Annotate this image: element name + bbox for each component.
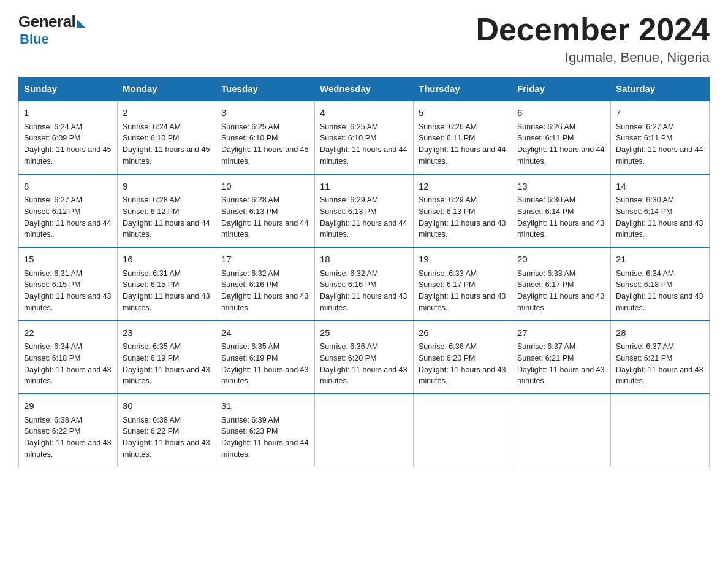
calendar-cell: 21Sunrise: 6:34 AMSunset: 6:18 PMDayligh… (611, 247, 710, 321)
sunset-text: Sunset: 6:19 PM (123, 353, 211, 364)
sunset-text: Sunset: 6:11 PM (517, 132, 605, 144)
daylight-text: Daylight: 11 hours and 43 minutes. (320, 364, 408, 388)
calendar-header-row: SundayMondayTuesdayWednesdayThursdayFrid… (19, 77, 710, 101)
sunset-text: Sunset: 6:14 PM (517, 206, 605, 218)
day-number: 17 (221, 253, 309, 267)
daylight-text: Daylight: 11 hours and 43 minutes. (123, 291, 211, 314)
daylight-text: Daylight: 11 hours and 44 minutes. (419, 144, 507, 167)
sunset-text: Sunset: 6:18 PM (616, 279, 704, 291)
sunset-text: Sunset: 6:12 PM (24, 206, 112, 218)
calendar-cell: 26Sunrise: 6:36 AMSunset: 6:20 PMDayligh… (414, 321, 512, 394)
day-number: 30 (123, 399, 211, 413)
sunrise-text: Sunrise: 6:31 AM (24, 268, 112, 280)
day-number: 14 (616, 180, 704, 194)
sunrise-text: Sunrise: 6:34 AM (24, 341, 112, 353)
calendar-cell: 4Sunrise: 6:25 AMSunset: 6:10 PMDaylight… (315, 101, 414, 174)
sunset-text: Sunset: 6:10 PM (320, 132, 408, 144)
daylight-text: Daylight: 11 hours and 45 minutes. (123, 144, 211, 167)
sunrise-text: Sunrise: 6:38 AM (24, 415, 112, 426)
sunrise-text: Sunrise: 6:26 AM (419, 121, 507, 133)
day-number: 12 (419, 180, 507, 194)
day-number: 25 (320, 326, 408, 340)
calendar-cell (611, 394, 710, 467)
day-number: 4 (320, 106, 408, 120)
daylight-text: Daylight: 11 hours and 45 minutes. (24, 144, 112, 167)
day-number: 19 (419, 253, 507, 267)
calendar-cell: 17Sunrise: 6:32 AMSunset: 6:16 PMDayligh… (216, 247, 315, 321)
sunrise-text: Sunrise: 6:28 AM (123, 194, 211, 206)
sunset-text: Sunset: 6:17 PM (517, 279, 605, 291)
daylight-text: Daylight: 11 hours and 43 minutes. (616, 291, 704, 314)
daylight-text: Daylight: 11 hours and 43 minutes. (123, 364, 211, 388)
day-number: 15 (24, 253, 112, 267)
day-number: 10 (221, 180, 309, 194)
day-number: 2 (123, 106, 211, 120)
sunrise-text: Sunrise: 6:38 AM (123, 415, 211, 426)
calendar-cell (315, 394, 414, 467)
sunset-text: Sunset: 6:13 PM (221, 206, 309, 218)
calendar-week-row: 29Sunrise: 6:38 AMSunset: 6:22 PMDayligh… (19, 394, 710, 467)
day-number: 23 (123, 326, 211, 340)
sunrise-text: Sunrise: 6:35 AM (221, 341, 309, 353)
sunrise-text: Sunrise: 6:24 AM (24, 121, 112, 133)
day-number: 27 (517, 326, 605, 340)
calendar-week-row: 22Sunrise: 6:34 AMSunset: 6:18 PMDayligh… (19, 321, 710, 394)
sunrise-text: Sunrise: 6:31 AM (123, 268, 211, 280)
daylight-text: Daylight: 11 hours and 43 minutes. (517, 291, 605, 314)
daylight-text: Daylight: 11 hours and 43 minutes. (24, 364, 112, 388)
calendar-cell: 7Sunrise: 6:27 AMSunset: 6:11 PMDaylight… (611, 101, 710, 174)
calendar-cell: 14Sunrise: 6:30 AMSunset: 6:14 PMDayligh… (611, 174, 710, 248)
sunset-text: Sunset: 6:12 PM (123, 206, 211, 218)
calendar-cell: 30Sunrise: 6:38 AMSunset: 6:22 PMDayligh… (118, 394, 216, 467)
sunrise-text: Sunrise: 6:36 AM (419, 341, 507, 353)
day-number: 28 (616, 326, 704, 340)
calendar-cell: 16Sunrise: 6:31 AMSunset: 6:15 PMDayligh… (118, 247, 216, 321)
sunrise-text: Sunrise: 6:28 AM (221, 194, 309, 206)
sunrise-text: Sunrise: 6:27 AM (24, 194, 112, 206)
daylight-text: Daylight: 11 hours and 43 minutes. (616, 218, 704, 241)
calendar-cell (512, 394, 611, 467)
day-number: 22 (24, 326, 112, 340)
day-number: 20 (517, 253, 605, 267)
calendar-cell: 18Sunrise: 6:32 AMSunset: 6:16 PMDayligh… (315, 247, 414, 321)
calendar-cell: 25Sunrise: 6:36 AMSunset: 6:20 PMDayligh… (315, 321, 414, 394)
calendar-cell: 20Sunrise: 6:33 AMSunset: 6:17 PMDayligh… (512, 247, 611, 321)
day-number: 5 (419, 106, 507, 120)
sunset-text: Sunset: 6:09 PM (24, 132, 112, 144)
sunrise-text: Sunrise: 6:30 AM (616, 194, 704, 206)
title-block: December 2024 Igumale, Benue, Nigeria (476, 12, 710, 66)
daylight-text: Daylight: 11 hours and 44 minutes. (320, 218, 408, 241)
calendar-cell: 11Sunrise: 6:29 AMSunset: 6:13 PMDayligh… (315, 174, 414, 248)
calendar-cell: 15Sunrise: 6:31 AMSunset: 6:15 PMDayligh… (19, 247, 118, 321)
daylight-text: Daylight: 11 hours and 43 minutes. (221, 364, 309, 388)
sunset-text: Sunset: 6:22 PM (24, 426, 112, 437)
calendar-cell: 24Sunrise: 6:35 AMSunset: 6:19 PMDayligh… (216, 321, 315, 394)
logo-blue-text: Blue (20, 31, 49, 47)
daylight-text: Daylight: 11 hours and 43 minutes. (320, 291, 408, 314)
calendar-cell (414, 394, 512, 467)
calendar-week-row: 8Sunrise: 6:27 AMSunset: 6:12 PMDaylight… (19, 174, 710, 248)
sunset-text: Sunset: 6:16 PM (320, 279, 408, 291)
page-subtitle: Igumale, Benue, Nigeria (476, 50, 710, 66)
sunset-text: Sunset: 6:16 PM (221, 279, 309, 291)
daylight-text: Daylight: 11 hours and 43 minutes. (24, 291, 112, 314)
header-monday: Monday (118, 77, 216, 101)
logo-triangle-icon (77, 19, 85, 28)
calendar-cell: 31Sunrise: 6:39 AMSunset: 6:23 PMDayligh… (216, 394, 315, 467)
daylight-text: Daylight: 11 hours and 43 minutes. (419, 364, 507, 388)
sunset-text: Sunset: 6:21 PM (517, 353, 605, 364)
day-number: 24 (221, 326, 309, 340)
sunrise-text: Sunrise: 6:24 AM (123, 121, 211, 133)
daylight-text: Daylight: 11 hours and 43 minutes. (616, 364, 704, 388)
calendar-cell: 10Sunrise: 6:28 AMSunset: 6:13 PMDayligh… (216, 174, 315, 248)
sunset-text: Sunset: 6:13 PM (419, 206, 507, 218)
sunrise-text: Sunrise: 6:34 AM (616, 268, 704, 280)
sunset-text: Sunset: 6:15 PM (123, 279, 211, 291)
daylight-text: Daylight: 11 hours and 43 minutes. (517, 364, 605, 388)
header-wednesday: Wednesday (315, 77, 414, 101)
calendar-week-row: 15Sunrise: 6:31 AMSunset: 6:15 PMDayligh… (19, 247, 710, 321)
page-header: General Blue December 2024 Igumale, Benu… (18, 12, 710, 66)
sunset-text: Sunset: 6:15 PM (24, 279, 112, 291)
calendar-cell: 19Sunrise: 6:33 AMSunset: 6:17 PMDayligh… (414, 247, 512, 321)
sunset-text: Sunset: 6:14 PM (616, 206, 704, 218)
